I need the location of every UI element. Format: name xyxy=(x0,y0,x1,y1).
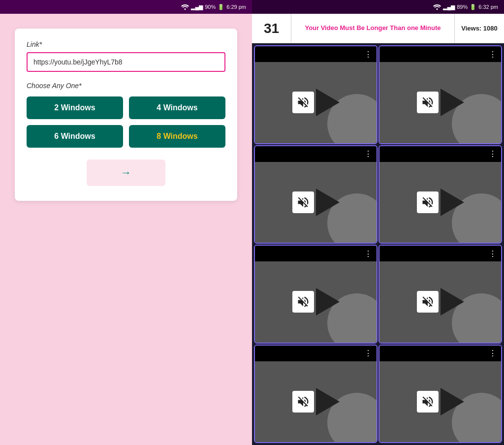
svg-point-0 xyxy=(185,8,186,10)
video-content-1 xyxy=(255,62,377,143)
video-cell-2: ⋮ xyxy=(378,45,502,144)
top-bar: 31 Your Video Must Be Longer Than one Mi… xyxy=(252,14,504,43)
message-box: Your Video Must Be Longer Than one Minut… xyxy=(291,14,455,43)
more-dots-2[interactable]: ⋮ xyxy=(489,50,497,59)
video-grid: ⋮ ⋮ xyxy=(252,43,504,445)
form-card: Link* Choose Any One* 2 Windows 4 Window… xyxy=(15,29,237,201)
video-top-bar-8: ⋮ xyxy=(379,346,501,361)
btn-4-windows[interactable]: 4 Windows xyxy=(129,96,225,119)
more-dots-1[interactable]: ⋮ xyxy=(364,50,373,59)
status-bar-left: ▂▄▆ 90% 🔋 6:29 pm xyxy=(0,0,252,14)
mute-icon-2 xyxy=(421,95,435,109)
play-triangle-8 xyxy=(441,388,464,415)
more-dots-6[interactable]: ⋮ xyxy=(489,249,497,258)
mute-icon-8 xyxy=(421,395,435,409)
mute-icon-box-5 xyxy=(292,291,314,313)
mute-icon-3 xyxy=(296,195,310,209)
mute-icon-box-2 xyxy=(417,92,439,113)
mute-icon-5 xyxy=(296,295,310,309)
counter-box: 31 xyxy=(252,14,291,43)
more-dots-3[interactable]: ⋮ xyxy=(364,149,373,159)
play-triangle-1 xyxy=(316,89,340,116)
more-dots-7[interactable]: ⋮ xyxy=(364,349,373,358)
video-cell-3: ⋮ xyxy=(254,145,378,244)
video-top-bar-5: ⋮ xyxy=(255,246,377,261)
mute-icon-7 xyxy=(296,395,310,409)
play-triangle-6 xyxy=(441,288,464,316)
mute-icon-box-7 xyxy=(292,391,314,413)
views-box: Views: 1080 xyxy=(455,14,504,43)
video-cell-5: ⋮ xyxy=(254,245,378,344)
counter-value: 31 xyxy=(264,21,279,36)
more-dots-5[interactable]: ⋮ xyxy=(364,249,373,258)
status-icons-right: ▂▄▆ 89% 🔋 6:32 pm xyxy=(433,4,498,10)
video-cell-7: ⋮ xyxy=(254,345,378,444)
svg-point-1 xyxy=(437,8,438,10)
play-triangle-4 xyxy=(441,189,464,216)
play-triangle-7 xyxy=(316,388,340,415)
battery-right: 89% xyxy=(457,4,468,10)
more-dots-4[interactable]: ⋮ xyxy=(489,149,497,159)
battery-left: 90% xyxy=(205,4,216,10)
btn-6-windows[interactable]: 6 Windows xyxy=(27,125,123,148)
more-dots-8[interactable]: ⋮ xyxy=(489,349,497,358)
video-top-bar-2: ⋮ xyxy=(379,46,501,62)
window-buttons-group: 2 Windows 4 Windows 6 Windows 8 Windows xyxy=(27,96,225,148)
arrow-icon: → xyxy=(121,166,131,179)
video-top-bar-6: ⋮ xyxy=(379,246,501,261)
video-cell-8: ⋮ xyxy=(378,345,502,444)
video-top-bar-4: ⋮ xyxy=(379,146,501,162)
link-label: Link* xyxy=(27,40,225,48)
submit-arrow-button[interactable]: → xyxy=(87,159,165,186)
status-bar-right: ▂▄▆ 89% 🔋 6:32 pm xyxy=(252,0,504,14)
battery-icon-right: 🔋 xyxy=(470,4,476,10)
video-content-2 xyxy=(379,62,501,143)
video-cell-6: ⋮ xyxy=(378,245,502,344)
video-content-4 xyxy=(379,162,501,243)
btn-2-windows[interactable]: 2 Windows xyxy=(27,96,123,119)
play-triangle-5 xyxy=(316,288,340,316)
time-left: 6:29 pm xyxy=(226,4,246,10)
mute-icon-box-1 xyxy=(292,92,314,113)
video-top-bar-3: ⋮ xyxy=(255,146,377,162)
mute-icon-4 xyxy=(421,195,435,209)
video-content-5 xyxy=(255,261,377,343)
video-content-3 xyxy=(255,162,377,243)
time-right: 6:32 pm xyxy=(478,4,498,10)
play-triangle-3 xyxy=(316,189,340,216)
mute-icon-6 xyxy=(421,295,435,309)
wifi-icon-left xyxy=(181,4,189,10)
play-triangle-2 xyxy=(441,89,464,116)
mute-icon-box-3 xyxy=(292,191,314,213)
video-top-bar-1: ⋮ xyxy=(255,46,377,62)
video-content-8 xyxy=(379,361,501,443)
choose-label: Choose Any One* xyxy=(27,82,225,90)
mute-icon-box-8 xyxy=(417,391,439,413)
video-cell-4: ⋮ xyxy=(378,145,502,244)
views-value: Views: 1080 xyxy=(461,25,497,32)
status-icons-left: ▂▄▆ 90% 🔋 6:29 pm xyxy=(181,4,246,10)
video-cell-1: ⋮ xyxy=(254,45,378,144)
left-panel: ▂▄▆ 90% 🔋 6:29 pm Link* Choose Any One* … xyxy=(0,0,252,445)
wifi-icon-right xyxy=(433,4,441,10)
video-content-6 xyxy=(379,261,501,343)
mute-icon-box-4 xyxy=(417,191,439,213)
right-panel: ▂▄▆ 89% 🔋 6:32 pm 31 Your Video Must Be … xyxy=(252,0,504,445)
signal-strength-left: ▂▄▆ xyxy=(191,4,203,10)
video-top-bar-7: ⋮ xyxy=(255,346,377,361)
video-content-7 xyxy=(255,361,377,443)
mute-icon-1 xyxy=(296,95,310,109)
message-text: Your Video Must Be Longer Than one Minut… xyxy=(305,24,441,32)
btn-8-windows[interactable]: 8 Windows xyxy=(129,125,225,148)
url-input[interactable] xyxy=(27,52,225,72)
mute-icon-box-6 xyxy=(417,291,439,313)
battery-icon-left: 🔋 xyxy=(218,4,224,10)
signal-strength-right: ▂▄▆ xyxy=(443,4,455,10)
